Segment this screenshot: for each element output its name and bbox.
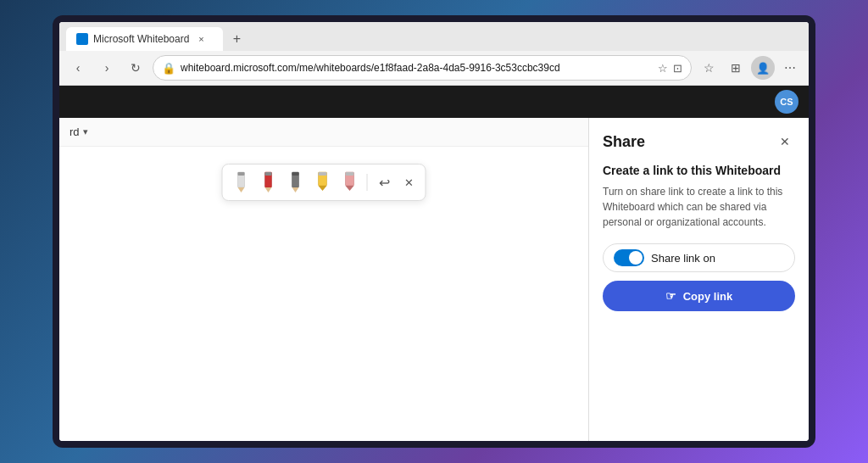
user-avatar-button[interactable]: CS — [775, 90, 798, 114]
tool-marker-yellow[interactable] — [313, 170, 333, 195]
copy-link-label: Copy link — [683, 290, 733, 303]
tool-marker-pink[interactable] — [340, 170, 360, 195]
svg-marker-10 — [319, 186, 327, 191]
svg-rect-2 — [238, 172, 245, 176]
tab-label: Microsoft Whiteboard — [93, 33, 189, 45]
share-description: Turn on share link to create a link to t… — [603, 184, 795, 230]
share-link-label: Share link on — [651, 252, 715, 265]
svg-rect-14 — [346, 172, 354, 176]
svg-rect-5 — [265, 172, 272, 176]
toolbar-separator — [367, 174, 368, 191]
new-tab-button[interactable]: + — [226, 29, 247, 49]
tool-undo[interactable]: ↩ — [375, 170, 395, 195]
tool-pencil-red[interactable] — [259, 170, 279, 195]
share-panel: Share ✕ Create a link to this Whiteboard… — [588, 118, 809, 441]
url-text: whiteboard.microsoft.com/me/whiteboards/… — [181, 62, 653, 74]
left-panel: rd ▾ — [59, 118, 588, 441]
panel-title: rd ▾ — [70, 126, 88, 138]
svg-marker-13 — [346, 186, 354, 191]
canvas-area: ↩ ✕ — [59, 147, 588, 441]
tab-favicon — [76, 33, 88, 45]
svg-rect-11 — [319, 172, 327, 176]
share-section-title: Create a link to this Whiteboard — [603, 164, 795, 177]
back-button[interactable]: ‹ — [66, 56, 90, 80]
whiteboard-area: rd ▾ — [59, 118, 809, 441]
panel-header: rd ▾ — [59, 118, 588, 147]
browser-views-button[interactable]: ⊞ — [724, 56, 748, 80]
svg-marker-4 — [265, 187, 272, 192]
share-panel-title: Share — [603, 133, 645, 151]
cursor-icon: ☞ — [665, 289, 676, 303]
share-link-row: Share link on — [603, 243, 795, 272]
favorites-icon: ☆ — [658, 62, 668, 75]
profile-button[interactable]: 👤 — [751, 56, 775, 80]
svg-marker-7 — [292, 187, 299, 192]
refresh-button[interactable]: ↻ — [124, 56, 147, 80]
panel-chevron-icon[interactable]: ▾ — [83, 126, 88, 137]
laptop-frame: Microsoft Whiteboard × + ‹ › ↻ 🔒 whitebo… — [53, 15, 815, 448]
drawing-toolbar: ↩ ✕ — [222, 164, 426, 201]
forward-button[interactable]: › — [95, 56, 119, 80]
app-area: CS rd ▾ — [59, 86, 809, 441]
browser-chrome: Microsoft Whiteboard × + ‹ › ↻ 🔒 whitebo… — [59, 22, 809, 86]
address-bar[interactable]: 🔒 whiteboard.microsoft.com/me/whiteboard… — [153, 55, 692, 81]
laptop-screen: Microsoft Whiteboard × + ‹ › ↻ 🔒 whitebo… — [59, 22, 809, 441]
app-header: CS — [59, 86, 809, 118]
panel-title-text: rd — [70, 126, 80, 138]
share-panel-header: Share ✕ — [603, 131, 795, 152]
share-link-toggle[interactable] — [614, 249, 644, 266]
settings-more-button[interactable]: ⋯ — [778, 56, 802, 80]
security-icon: 🔒 — [162, 62, 175, 75]
split-view-icon: ⊡ — [673, 62, 682, 75]
toolbar-actions: ☆ ⊞ 👤 ⋯ — [697, 56, 802, 80]
toggle-knob — [629, 251, 643, 265]
svg-marker-1 — [238, 187, 245, 192]
tab-close-button[interactable]: × — [194, 32, 208, 46]
browser-toolbar: ‹ › ↻ 🔒 whiteboard.microsoft.com/me/whit… — [59, 51, 809, 85]
copy-link-button[interactable]: ☞ Copy link — [603, 281, 795, 311]
share-panel-close-button[interactable]: ✕ — [775, 131, 795, 152]
toolbar-close-button[interactable]: ✕ — [402, 175, 417, 190]
tool-pencil-dark[interactable] — [286, 170, 306, 195]
browser-tab[interactable]: Microsoft Whiteboard × — [66, 27, 223, 51]
svg-rect-8 — [292, 172, 299, 176]
favorites-button[interactable]: ☆ — [697, 56, 721, 80]
browser-tabs-bar: Microsoft Whiteboard × + — [59, 22, 809, 51]
tool-pencil-white[interactable] — [231, 170, 252, 195]
